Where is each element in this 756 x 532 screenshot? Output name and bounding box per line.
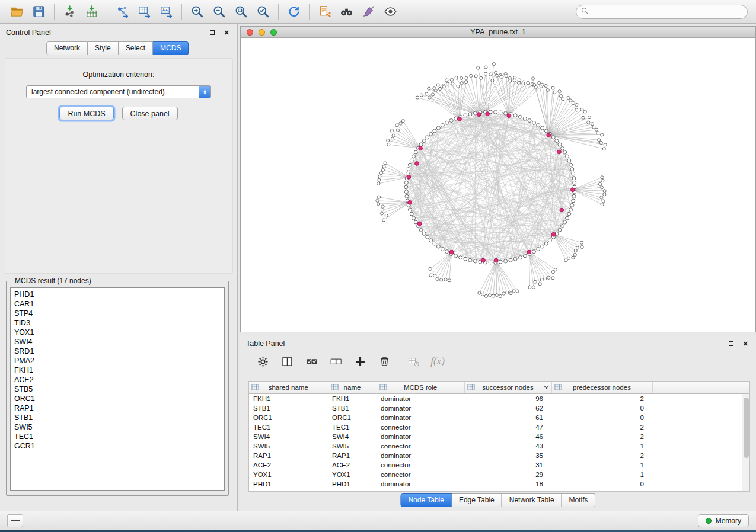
column-header-mcds-role[interactable]: MCDS role: [377, 382, 464, 394]
column-selector-button[interactable]: [279, 354, 295, 369]
mcds-result-item[interactable]: TID3: [14, 318, 224, 328]
table-row[interactable]: SWI5SWI5connector431: [249, 441, 749, 451]
network-node: [569, 208, 573, 211]
mcds-result-item[interactable]: ACE2: [14, 375, 224, 384]
table-row[interactable]: RAP1RAP1dominator352: [249, 451, 749, 460]
table-row[interactable]: ACE2ACE2connector311: [249, 460, 749, 470]
optimization-criterion-select[interactable]: largest connected component (undirected)…: [26, 85, 211, 98]
add-row-button[interactable]: [352, 354, 368, 369]
float-table-panel-button[interactable]: [726, 339, 736, 348]
save-session-button[interactable]: [28, 2, 50, 21]
select-all-button[interactable]: [303, 354, 320, 369]
tab-mcds[interactable]: MCDS: [153, 41, 189, 55]
table-tab-network-table[interactable]: Network Table: [502, 493, 562, 507]
mcds-result-item[interactable]: SRD1: [14, 347, 224, 356]
export-document-button[interactable]: [314, 2, 336, 21]
mcds-result-item[interactable]: SWI5: [14, 422, 224, 432]
export-network-button[interactable]: [111, 2, 133, 21]
table-row[interactable]: TEC1TEC1connector472: [249, 422, 749, 432]
import-table-button[interactable]: [81, 2, 103, 21]
mcds-result-item[interactable]: PHD1: [14, 290, 224, 299]
zoom-out-button[interactable]: [208, 2, 230, 21]
mcds-result-item[interactable]: SWI4: [14, 337, 224, 347]
tab-network[interactable]: Network: [46, 41, 88, 55]
search-input[interactable]: [589, 6, 747, 18]
mcds-result-item[interactable]: PMA2: [14, 356, 224, 366]
run-mcds-button[interactable]: Run MCDS: [59, 107, 113, 120]
close-control-panel-button[interactable]: ×: [222, 28, 231, 37]
network-node: [567, 212, 571, 216]
mcds-result-item[interactable]: STB1: [14, 413, 224, 422]
mcds-result-item[interactable]: STB5: [14, 384, 224, 394]
clear-table-button[interactable]: [405, 354, 422, 369]
minimize-window-button[interactable]: [259, 29, 265, 36]
search-binoculars-button[interactable]: [336, 2, 358, 21]
table-tab-edge-table[interactable]: Edge Table: [452, 493, 502, 507]
dominator-node: [477, 113, 481, 117]
close-window-button[interactable]: [247, 29, 253, 36]
mcds-result-item[interactable]: TEC1: [14, 432, 224, 441]
deselect-all-button[interactable]: [327, 354, 344, 369]
network-node: [533, 84, 536, 86]
network-node: [499, 111, 502, 114]
table-tab-motifs[interactable]: Motifs: [562, 493, 596, 507]
network-node: [499, 260, 502, 264]
zoom-window-button[interactable]: [270, 29, 277, 36]
import-network-button[interactable]: [59, 2, 81, 21]
mcds-result-item[interactable]: GCR1: [14, 441, 224, 451]
zoom-selected-button[interactable]: [252, 2, 274, 21]
eye-visibility-button[interactable]: [379, 2, 401, 21]
style-brush-button[interactable]: [358, 2, 379, 21]
column-header-predecessor-nodes[interactable]: predecessor nodes: [551, 382, 652, 394]
mcds-result-list[interactable]: PHD1CAR1STP4TID3YOX1SWI4SRD1PMA2FKH1ACE2…: [10, 287, 225, 491]
network-node: [445, 250, 449, 254]
dominator-node: [494, 258, 498, 262]
table-row[interactable]: SWI4SWI4dominator462: [249, 432, 749, 441]
delete-row-button[interactable]: [376, 354, 393, 369]
table-tab-node-table[interactable]: Node Table: [400, 493, 452, 507]
table-row[interactable]: ORC1ORC1dominator610: [249, 413, 749, 422]
network-window-titlebar[interactable]: YPA_prune.txt_1: [241, 27, 755, 38]
column-header-shared-name[interactable]: shared name: [249, 382, 328, 394]
tab-style[interactable]: Style: [88, 41, 119, 55]
cell-shared-name: ORC1: [249, 413, 328, 422]
table-row[interactable]: STB1STB1dominator620: [249, 403, 749, 413]
mcds-result-item[interactable]: FKH1: [14, 366, 224, 375]
close-panel-button[interactable]: Close panel: [122, 107, 178, 120]
close-table-panel-button[interactable]: ×: [741, 339, 750, 348]
mcds-result-item[interactable]: ORC1: [14, 394, 224, 403]
function-builder-button[interactable]: f(x): [429, 354, 446, 369]
open-file-button[interactable]: [6, 2, 28, 21]
mcds-result-item[interactable]: CAR1: [14, 299, 224, 309]
table-row[interactable]: PHD1PHD1dominator180: [249, 479, 749, 489]
network-node: [378, 196, 381, 198]
tab-select[interactable]: Select: [119, 41, 153, 55]
network-node: [410, 212, 413, 216]
table-scrollbar[interactable]: [742, 394, 749, 491]
network-canvas[interactable]: [241, 38, 755, 331]
network-node: [551, 136, 555, 139]
mcds-result-item[interactable]: STP4: [14, 309, 224, 318]
panel-menu-button[interactable]: [7, 514, 23, 527]
scrollbar-thumb[interactable]: [744, 398, 749, 458]
refresh-button[interactable]: [283, 2, 305, 21]
main-toolbar: [0, 0, 756, 24]
network-node: [541, 245, 544, 248]
column-header-name[interactable]: name: [328, 382, 377, 394]
network-node: [429, 267, 432, 270]
memory-button[interactable]: Memory: [698, 514, 749, 527]
zoom-fit-button[interactable]: [230, 2, 252, 21]
export-image-button[interactable]: [155, 2, 177, 21]
zoom-in-button[interactable]: [186, 2, 208, 21]
mcds-result-item[interactable]: RAP1: [14, 403, 224, 413]
dominator-node: [458, 117, 462, 121]
network-node: [412, 155, 416, 158]
table-row[interactable]: YOX1YOX1connector291: [249, 470, 749, 479]
network-node: [492, 63, 495, 66]
mcds-result-item[interactable]: YOX1: [14, 328, 224, 337]
float-control-panel-button[interactable]: [208, 28, 217, 37]
export-table-button[interactable]: [133, 2, 155, 21]
table-row[interactable]: FKH1FKH1dominator962: [249, 394, 749, 403]
settings-gear-button[interactable]: [254, 354, 271, 369]
column-header-successor-nodes[interactable]: successor nodes: [464, 382, 551, 394]
